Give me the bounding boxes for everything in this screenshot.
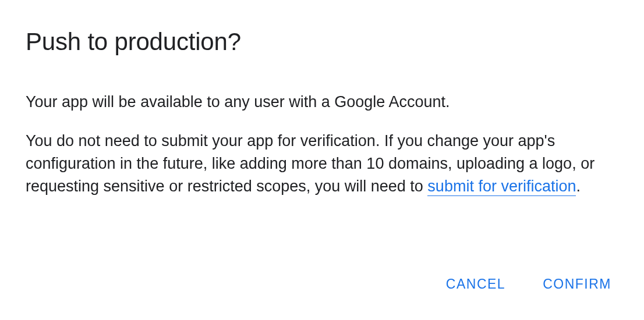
dialog-body: Your app will be available to any user w… [26, 91, 618, 272]
dialog-title: Push to production? [26, 28, 618, 56]
dialog-paragraph-1: Your app will be available to any user w… [26, 91, 618, 113]
dialog-actions: CANCEL CONFIRM [26, 272, 618, 297]
dialog-paragraph-2-text-after: . [576, 177, 581, 195]
confirm-button[interactable]: CONFIRM [540, 272, 614, 297]
submit-for-verification-link[interactable]: submit for verification [427, 177, 576, 196]
dialog-paragraph-2: You do not need to submit your app for v… [26, 130, 618, 198]
cancel-button[interactable]: CANCEL [444, 272, 508, 297]
